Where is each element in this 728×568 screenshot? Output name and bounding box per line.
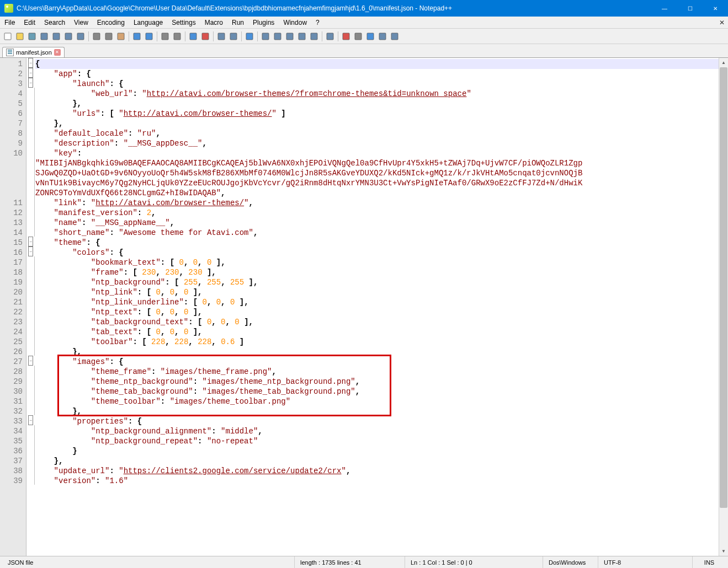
new-icon[interactable] <box>2 31 13 42</box>
folder-icon[interactable] <box>325 31 336 42</box>
code-line[interactable]: }, <box>35 456 719 466</box>
fold-marker[interactable] <box>26 395 34 405</box>
scroll-up-icon[interactable]: ▲ <box>719 58 728 67</box>
fold-marker[interactable] <box>26 286 34 296</box>
macro-list-icon[interactable] <box>389 31 400 42</box>
fold-marker[interactable] <box>26 405 34 415</box>
fold-marker[interactable] <box>26 177 34 187</box>
fold-marker[interactable] <box>26 88 34 98</box>
fold-marker[interactable] <box>26 207 34 217</box>
code-line[interactable]: }, <box>35 119 719 128</box>
fold-marker[interactable] <box>26 316 34 326</box>
status-insert-mode[interactable]: INS <box>693 556 726 568</box>
code-line[interactable]: "toolbar": [ 228, 228, 228, 0.6 ] <box>35 337 719 347</box>
record-icon[interactable] <box>341 31 352 42</box>
fold-marker[interactable] <box>26 465 34 475</box>
code-line[interactable]: "description": "__MSG_appDesc__", <box>35 138 719 148</box>
fold-marker[interactable] <box>26 326 34 336</box>
fold-marker[interactable] <box>26 137 34 147</box>
fold-marker[interactable]: − <box>26 68 34 78</box>
menu-run[interactable]: Run <box>227 17 248 28</box>
code-line[interactable]: }, <box>35 347 719 357</box>
code-line[interactable]: "urls": [ "http://atavi.com/browser-them… <box>35 109 719 119</box>
sync-v-icon[interactable] <box>216 31 227 42</box>
code-line[interactable]: SJGwQ0ZQD+UaOtGD+9v6NOyyoUoQr5h4W5skM8fB… <box>35 168 719 178</box>
print-icon[interactable] <box>75 31 86 42</box>
fold-marker[interactable] <box>26 475 34 485</box>
code-line[interactable]: "link": "http://atavi.com/browser-themes… <box>35 198 719 208</box>
menu-plugins[interactable]: Plugins <box>248 17 279 28</box>
menu-search[interactable]: Search <box>40 17 70 28</box>
copy-icon[interactable] <box>103 31 114 42</box>
indent-icon[interactable] <box>272 31 283 42</box>
code-line[interactable]: } <box>35 446 719 456</box>
vertical-scrollbar[interactable]: ▲ ▼ <box>719 58 728 556</box>
open-icon[interactable] <box>14 31 25 42</box>
scroll-thumb[interactable] <box>720 67 727 508</box>
fold-marker[interactable]: − <box>26 237 34 247</box>
fold-marker[interactable] <box>26 296 34 306</box>
code-line[interactable]: "ntp_link": [ 0, 0, 0 ], <box>35 287 719 297</box>
fold-marker[interactable] <box>26 108 34 117</box>
tab-close-icon[interactable]: ✕ <box>54 49 61 56</box>
doc-map-icon[interactable] <box>309 31 320 42</box>
status-eol[interactable]: Dos\Windows <box>543 556 598 568</box>
code-line[interactable]: "manifest_version": 2, <box>35 208 719 218</box>
code-line[interactable]: "key": <box>35 148 719 158</box>
code-line[interactable]: "theme_tab_background": "images/theme_ta… <box>35 387 719 396</box>
fold-marker[interactable] <box>26 197 34 207</box>
code-line[interactable]: "ntp_text": [ 0, 0, 0 ], <box>35 307 719 317</box>
code-line[interactable]: "bookmark_text": [ 0, 0, 0 ], <box>35 258 719 267</box>
code-line[interactable]: "colors": { <box>35 248 719 258</box>
code-line[interactable]: "theme_ntp_background": "images/theme_nt… <box>35 377 719 387</box>
fold-marker[interactable] <box>26 276 34 286</box>
fold-marker[interactable] <box>26 117 34 127</box>
fold-marker[interactable] <box>26 256 34 266</box>
code-line[interactable]: }, <box>35 99 719 109</box>
fold-marker[interactable] <box>26 266 34 276</box>
fold-marker[interactable]: − <box>26 356 34 366</box>
stop-icon[interactable] <box>353 31 364 42</box>
fold-marker[interactable] <box>26 376 34 385</box>
menu-window[interactable]: Window <box>279 17 311 28</box>
fold-marker[interactable] <box>26 306 34 316</box>
sync-h-icon[interactable] <box>228 31 239 42</box>
fold-marker[interactable] <box>26 147 34 157</box>
scroll-track[interactable] <box>719 67 728 546</box>
close-all-icon[interactable] <box>63 31 74 42</box>
fold-marker[interactable] <box>26 187 34 197</box>
fold-marker[interactable]: − <box>26 58 34 68</box>
menu-language[interactable]: Language <box>129 17 167 28</box>
find-icon[interactable] <box>160 31 171 42</box>
play-multi-icon[interactable] <box>377 31 388 42</box>
menubar-close-icon[interactable]: ✕ <box>716 17 728 28</box>
menu-?[interactable]: ? <box>311 17 324 28</box>
fold-marker[interactable] <box>26 435 34 445</box>
code-area[interactable]: { "app": { "launch": { "web_url": "http:… <box>34 58 719 556</box>
code-line[interactable]: ZONRC9ToYmVdUXfQ66t28NCLgmGZ+hI8wIDAQAB"… <box>35 188 719 198</box>
fold-marker[interactable] <box>26 217 34 227</box>
fold-marker[interactable]: − <box>26 247 34 256</box>
close-icon[interactable] <box>51 31 62 42</box>
paste-icon[interactable] <box>115 31 126 42</box>
code-line[interactable]: "theme_frame": "images/theme_frame.png", <box>35 367 719 377</box>
lang-icon[interactable] <box>284 31 295 42</box>
eol-icon[interactable] <box>296 31 307 42</box>
zoom-out-icon[interactable] <box>200 31 211 42</box>
fold-marker[interactable] <box>26 227 34 237</box>
status-encoding[interactable]: UTF-8 <box>598 556 693 568</box>
code-line[interactable]: "theme_toolbar": "images/theme_toolbar.p… <box>35 396 719 406</box>
code-line[interactable]: "launch": { <box>35 79 719 89</box>
code-line[interactable]: "ntp_link_underline": [ 0, 0, 0 ], <box>35 297 719 307</box>
code-line[interactable]: "theme": { <box>35 238 719 248</box>
fold-marker[interactable] <box>26 445 34 455</box>
code-line[interactable]: "tab_background_text": [ 0, 0, 0 ], <box>35 317 719 327</box>
code-line[interactable]: "ntp_background_alignment": "middle", <box>35 426 719 436</box>
code-line[interactable]: "short_name": "Awesome theme for Atavi.c… <box>35 228 719 238</box>
fold-marker[interactable] <box>26 366 34 376</box>
menu-macro[interactable]: Macro <box>200 17 227 28</box>
fold-marker[interactable] <box>26 157 34 167</box>
menu-settings[interactable]: Settings <box>167 17 200 28</box>
close-button[interactable]: ✕ <box>703 0 728 17</box>
menu-view[interactable]: View <box>70 17 93 28</box>
